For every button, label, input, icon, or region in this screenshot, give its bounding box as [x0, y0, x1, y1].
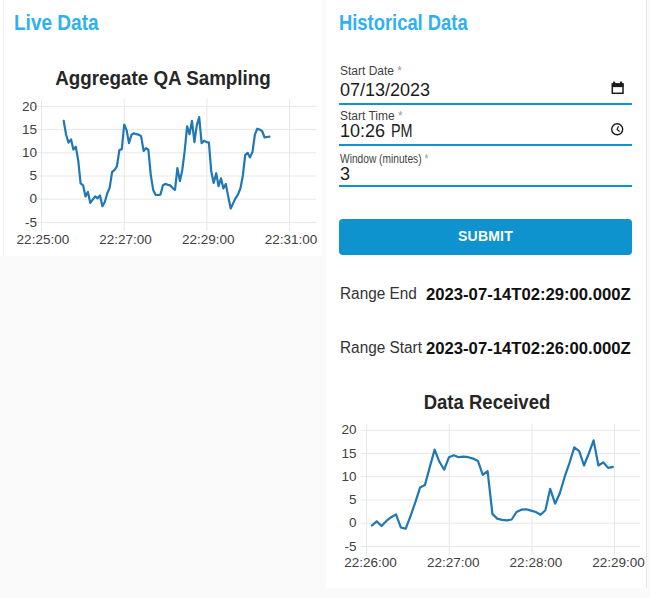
svg-text:22:27:00: 22:27:00: [427, 555, 480, 570]
svg-text:15: 15: [341, 446, 356, 461]
svg-text:22:31:00: 22:31:00: [265, 232, 318, 247]
svg-text:22:25:00: 22:25:00: [17, 232, 70, 247]
svg-text:22:29:00: 22:29:00: [592, 555, 645, 570]
svg-text:10: 10: [22, 145, 37, 160]
svg-text:0: 0: [29, 191, 37, 206]
svg-text:5: 5: [349, 492, 357, 507]
svg-text:22:28:00: 22:28:00: [510, 555, 563, 570]
svg-text:10: 10: [341, 469, 356, 484]
svg-text:20: 20: [341, 422, 356, 437]
svg-text:0: 0: [349, 515, 357, 530]
svg-text:-5: -5: [344, 539, 356, 554]
svg-text:22:27:00: 22:27:00: [99, 232, 152, 247]
svg-text:22:29:00: 22:29:00: [182, 232, 235, 247]
svg-text:5: 5: [29, 168, 37, 183]
svg-text:20: 20: [22, 99, 37, 114]
svg-text:-5: -5: [25, 215, 37, 230]
svg-text:15: 15: [22, 122, 37, 137]
svg-text:22:26:00: 22:26:00: [344, 555, 397, 570]
